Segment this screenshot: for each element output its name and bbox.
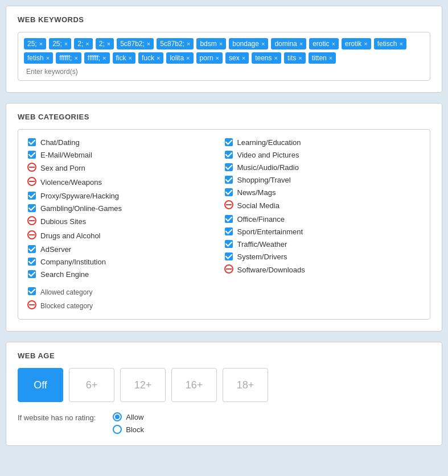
category-name: AdServer [40, 245, 71, 254]
keyword-tag[interactable]: ffffff;× [84, 52, 110, 64]
keyword-tag[interactable]: porn× [196, 52, 223, 64]
categories-box: Chat/DatingE-Mail/WebmailSex and PornVio… [18, 129, 430, 320]
allow-icon [27, 191, 36, 200]
age-button-off[interactable]: Off [18, 368, 63, 402]
category-item[interactable]: Sex and Porn [27, 163, 224, 173]
tag-remove-icon[interactable]: × [364, 40, 367, 47]
category-item[interactable]: Music/Audio/Radio [224, 163, 421, 172]
keyword-tag[interactable]: 25;× [24, 38, 46, 49]
category-name: Shopping/Travel [237, 176, 291, 184]
radio-item-block[interactable]: Block [113, 425, 144, 434]
category-item[interactable]: Video and Pictures [224, 150, 421, 159]
keyword-tag[interactable]: bondage× [229, 38, 268, 49]
web-categories-section: WEB CATEGORIES Chat/DatingE-Mail/Webmail… [6, 103, 442, 332]
tag-remove-icon[interactable]: × [85, 40, 89, 47]
category-item[interactable]: Sport/Entertainment [224, 227, 421, 236]
tag-remove-icon[interactable]: × [186, 55, 190, 61]
category-name: Music/Audio/Radio [237, 163, 299, 172]
keyword-tag[interactable]: domina× [271, 38, 306, 49]
tag-label: tits [287, 54, 296, 62]
keywords-title: WEB KEYWORDS [18, 15, 430, 24]
tag-remove-icon[interactable]: × [107, 40, 110, 47]
keyword-tag[interactable]: 5c87b2;× [117, 38, 154, 49]
tag-remove-icon[interactable]: × [129, 55, 132, 61]
keyword-tag[interactable]: fuck× [138, 52, 163, 64]
keyword-tag[interactable]: 2;× [74, 38, 92, 49]
keyword-input[interactable] [24, 67, 114, 77]
keyword-tag[interactable]: fetish× [24, 52, 53, 64]
keyword-tag[interactable]: erotic× [309, 38, 339, 49]
category-item[interactable]: AdServer [27, 245, 224, 254]
tag-remove-icon[interactable]: × [399, 40, 402, 47]
age-button-6plus[interactable]: 6+ [69, 368, 114, 402]
keyword-tag[interactable]: fetisch× [374, 38, 406, 49]
tag-label: 25; [27, 40, 37, 48]
category-item[interactable]: Learning/Education [224, 138, 421, 147]
keywords-box[interactable]: 25;×25;×2;×2;×5c87b2;×5c87b2;×bdsm×bonda… [18, 32, 430, 81]
keyword-tag[interactable]: titten× [309, 52, 336, 64]
tag-remove-icon[interactable]: × [64, 40, 68, 47]
category-item[interactable]: Traffic/Weather [224, 239, 421, 249]
category-item[interactable]: Dubious Sites [27, 216, 224, 227]
keyword-tag[interactable]: erotik× [342, 38, 371, 49]
category-item[interactable]: Violence/Weapons [27, 177, 224, 188]
keyword-tag[interactable]: tits× [284, 52, 306, 64]
tag-remove-icon[interactable]: × [219, 40, 223, 47]
category-name: Violence/Weapons [40, 178, 102, 187]
category-item[interactable]: System/Drivers [224, 252, 421, 261]
age-button-16plus[interactable]: 16+ [171, 368, 217, 402]
age-button-12plus[interactable]: 12+ [120, 368, 166, 402]
keyword-tag[interactable]: fick× [113, 52, 135, 64]
tag-remove-icon[interactable]: × [332, 40, 335, 47]
category-item[interactable]: Search Engine [27, 270, 224, 279]
tag-remove-icon[interactable]: × [216, 55, 219, 61]
category-name: Social Media [237, 201, 280, 210]
block-icon [224, 200, 233, 211]
keyword-tag[interactable]: bdsm× [196, 38, 226, 49]
allow-icon-legend [27, 287, 36, 297]
category-item[interactable]: Office/Finance [224, 214, 421, 223]
tag-remove-icon[interactable]: × [46, 55, 50, 61]
tag-remove-icon[interactable]: × [261, 40, 265, 47]
keyword-tag[interactable]: sex× [225, 52, 249, 64]
keyword-tag[interactable]: 25;× [49, 38, 71, 49]
allow-icon [224, 188, 233, 197]
category-item[interactable]: Social Media [224, 200, 421, 211]
legend-allowed-label: Allowed category [40, 288, 92, 296]
category-item[interactable]: News/Mags [224, 188, 421, 197]
age-button-18plus[interactable]: 18+ [223, 368, 268, 402]
category-item[interactable]: E-Mail/Webmail [27, 150, 224, 159]
category-item[interactable]: Company/Institution [27, 257, 224, 266]
tag-remove-icon[interactable]: × [242, 55, 245, 61]
category-item[interactable]: Gambling/Online-Games [27, 204, 224, 213]
block-icon-legend [27, 300, 36, 311]
category-name: System/Drivers [237, 253, 287, 261]
legend-allowed: Allowed category [27, 287, 421, 297]
category-name: Learning/Education [237, 138, 301, 147]
keyword-tag[interactable]: 5c87b2;× [157, 38, 194, 49]
left-category-column: Chat/DatingE-Mail/WebmailSex and PornVio… [27, 138, 224, 279]
keyword-tag[interactable]: lolita× [166, 52, 193, 64]
tag-label: erotic [313, 40, 329, 48]
tag-remove-icon[interactable]: × [329, 55, 332, 61]
tag-remove-icon[interactable]: × [39, 40, 43, 47]
category-item[interactable]: Software/Downloads [224, 264, 421, 275]
tag-label: 5c87b2; [120, 40, 145, 48]
tag-remove-icon[interactable]: × [299, 40, 303, 47]
block-icon [27, 163, 36, 173]
radio-item-allow[interactable]: Allow [113, 412, 144, 421]
category-item[interactable]: Chat/Dating [27, 138, 224, 147]
tag-remove-icon[interactable]: × [157, 55, 160, 61]
tag-remove-icon[interactable]: × [102, 55, 106, 61]
tag-remove-icon[interactable]: × [74, 55, 77, 61]
tag-remove-icon[interactable]: × [298, 55, 302, 61]
category-item[interactable]: Proxy/Spyware/Hacking [27, 191, 224, 200]
tag-remove-icon[interactable]: × [274, 55, 278, 61]
category-item[interactable]: Shopping/Travel [224, 175, 421, 184]
tag-remove-icon[interactable]: × [147, 40, 150, 47]
category-item[interactable]: Drugs and Alcohol [27, 230, 224, 241]
tag-remove-icon[interactable]: × [187, 40, 190, 47]
keyword-tag[interactable]: 2;× [96, 38, 114, 49]
keyword-tag[interactable]: teens× [252, 52, 281, 64]
keyword-tag[interactable]: ffffff;× [56, 52, 81, 64]
